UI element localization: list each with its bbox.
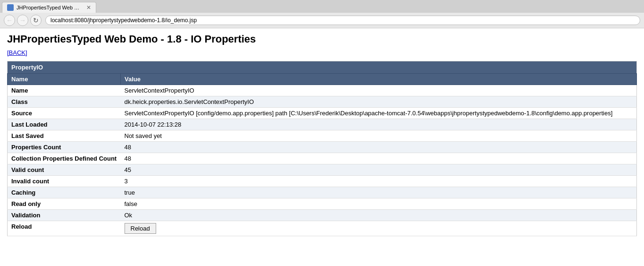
tab-favicon	[7, 4, 14, 11]
table-row: Properties Count48	[8, 142, 637, 153]
prop-name-cell: Valid count	[8, 164, 121, 176]
prop-value-cell: true	[121, 187, 637, 198]
refresh-button[interactable]: ↻	[30, 15, 42, 26]
tab-close-button[interactable]: ✕	[86, 4, 91, 11]
table-row: Last SavedNot saved yet	[8, 130, 637, 142]
prop-value-cell: ServletContextPropertyIO	[121, 85, 637, 96]
prop-name-cell: Caching	[8, 187, 121, 198]
prop-name-cell: Reload	[8, 221, 121, 236]
prop-value-cell: Reload	[121, 221, 637, 236]
prop-value-cell: Ok	[121, 210, 637, 221]
table-section-header: PropertyIO	[8, 61, 637, 74]
nav-buttons: ← → ↻	[4, 15, 42, 26]
prop-value-cell: 48	[121, 153, 637, 164]
prop-name-cell: Validation	[8, 210, 121, 221]
browser-tab[interactable]: JHPropertiesTyped Web D... ✕	[2, 2, 96, 13]
prop-name-cell: Invalid count	[8, 176, 121, 187]
prop-name-cell: Read only	[8, 198, 121, 210]
tab-title: JHPropertiesTyped Web D...	[17, 5, 82, 10]
prop-value-cell: Not saved yet	[121, 130, 637, 142]
table-row: Cachingtrue	[8, 187, 637, 198]
prop-name-cell: Last Loaded	[8, 119, 121, 130]
url-bar[interactable]	[45, 16, 640, 25]
address-bar: ← → ↻	[0, 13, 644, 28]
table-row: Collection Properties Defined Count48	[8, 153, 637, 164]
page-content: JHPropertiesTyped Web Demo - 1.8 - IO Pr…	[0, 28, 644, 246]
prop-value-cell: 45	[121, 164, 637, 176]
page-title: JHPropertiesTyped Web Demo - 1.8 - IO Pr…	[7, 33, 637, 45]
prop-value-cell: 3	[121, 176, 637, 187]
prop-value-cell: dk.heick.properties.io.ServletContextPro…	[121, 96, 637, 108]
table-row: SourceServletContextPropertyIO [config/d…	[8, 108, 637, 119]
table-row: ReloadReload	[8, 221, 637, 236]
col-header-value: Value	[121, 74, 637, 85]
browser-chrome: JHPropertiesTyped Web D... ✕ ← → ↻	[0, 0, 644, 28]
prop-name-cell: Class	[8, 96, 121, 108]
property-table: PropertyIO Name Value NameServletContext…	[7, 61, 637, 236]
table-row: Last Loaded2014-10-07 22:13:28	[8, 119, 637, 130]
prop-value-cell: false	[121, 198, 637, 210]
prop-value-cell: 48	[121, 142, 637, 153]
reload-button[interactable]: Reload	[125, 223, 156, 234]
table-row: Read onlyfalse	[8, 198, 637, 210]
table-row: ValidationOk	[8, 210, 637, 221]
prop-value-cell: 2014-10-07 22:13:28	[121, 119, 637, 130]
prop-name-cell: Name	[8, 85, 121, 96]
prop-value-cell: ServletContextPropertyIO [config/demo.ap…	[121, 108, 637, 119]
prop-name-cell: Last Saved	[8, 130, 121, 142]
tab-bar: JHPropertiesTyped Web D... ✕	[0, 0, 644, 13]
col-header-name: Name	[8, 74, 121, 85]
forward-button[interactable]: →	[17, 15, 28, 26]
back-link[interactable]: [BACK]	[7, 49, 27, 56]
back-button[interactable]: ←	[4, 15, 15, 26]
table-row: Classdk.heick.properties.io.ServletConte…	[8, 96, 637, 108]
prop-name-cell: Collection Properties Defined Count	[8, 153, 121, 164]
prop-name-cell: Source	[8, 108, 121, 119]
table-row: Invalid count3	[8, 176, 637, 187]
table-row: Valid count45	[8, 164, 637, 176]
prop-name-cell: Properties Count	[8, 142, 121, 153]
table-row: NameServletContextPropertyIO	[8, 85, 637, 96]
